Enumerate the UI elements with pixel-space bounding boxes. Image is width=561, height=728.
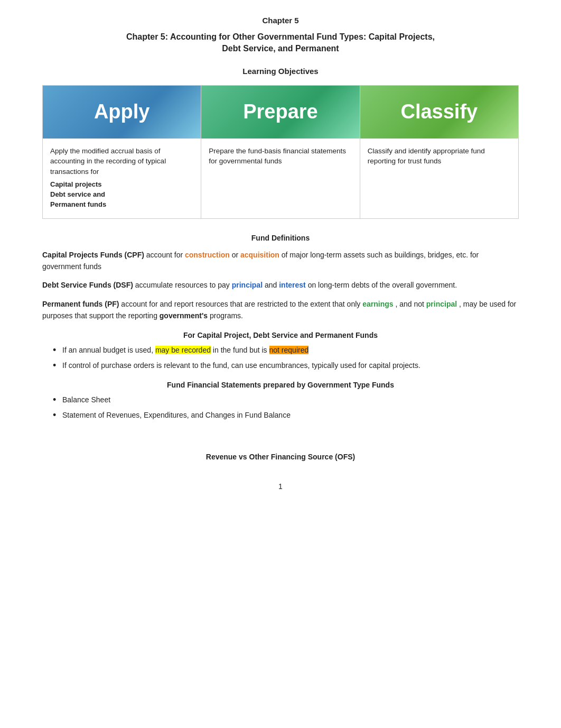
- dsf-principal: principal: [232, 281, 263, 289]
- cpf-acquisition: acquisition: [240, 251, 279, 259]
- chapter-title-line2: Debt Service, and Permanent: [222, 44, 339, 53]
- pf-text2: , and not: [395, 300, 426, 308]
- pf-government: government's: [160, 311, 208, 320]
- learning-objectives-heading: Learning Objectives: [42, 67, 519, 76]
- cpf-text1: account for: [146, 251, 185, 259]
- apply-body-text: Apply the modified accrual basis of acco…: [50, 147, 166, 176]
- objective-apply: Apply Apply the modified accrual basis o…: [43, 86, 201, 218]
- fund-definitions-heading: Fund Definitions: [42, 234, 519, 242]
- pf-earnings: earnings: [362, 300, 393, 308]
- pf-text1: account for and report resources that ar…: [121, 300, 362, 308]
- capital-bullet-2: If control of purchase orders is relevan…: [53, 360, 519, 371]
- cpf-text2: or: [232, 251, 240, 259]
- bullet1-text1: If an annual budget is used,: [62, 346, 155, 354]
- prepare-header: Prepare: [201, 86, 359, 139]
- capital-project-bullets: If an annual budget is used, may be reco…: [53, 345, 519, 371]
- page-title: Chapter 5: [42, 16, 519, 25]
- classify-header: Classify: [360, 86, 518, 139]
- classify-body-text: Classify and identify appropriate fund r…: [368, 147, 485, 165]
- dsf-interest: interest: [279, 281, 306, 289]
- dsf-text1: accumulate resources to pay: [135, 281, 232, 289]
- capital-project-subheading: For Capital Project, Debt Service and Pe…: [42, 331, 519, 339]
- dsf-text2: and: [265, 281, 279, 289]
- fund-financial-bullet-1: Balance Sheet: [53, 394, 519, 406]
- objectives-container: Apply Apply the modified accrual basis o…: [42, 85, 519, 219]
- statement-revenues-text: Statement of Revenues, Expenditures, and…: [62, 411, 291, 419]
- apply-bold-items: Capital projects Debt service and Perman…: [50, 180, 193, 210]
- dsf-paragraph: Debt Service Funds (DSF) accumulate reso…: [42, 280, 519, 291]
- chapter-title-line1: Chapter 5: Accounting for Other Governme…: [126, 32, 435, 41]
- bullet2-text: If control of purchase orders is relevan…: [62, 361, 420, 370]
- bullet1-highlight-orange: not required: [269, 346, 309, 354]
- dsf-label: Debt Service Funds (DSF): [42, 281, 133, 289]
- fund-financial-bullets: Balance Sheet Statement of Revenues, Exp…: [53, 394, 519, 421]
- cpf-label: Capital Projects Funds (CPF): [42, 251, 144, 259]
- prepare-body-text: Prepare the fund-basis financial stateme…: [209, 147, 346, 165]
- fund-financial-bullet-2: Statement of Revenues, Expenditures, and…: [53, 410, 519, 421]
- dsf-text3: on long-term debts of the overall govern…: [308, 281, 457, 289]
- apply-body: Apply the modified accrual basis of acco…: [43, 139, 201, 218]
- capital-bullet-1: If an annual budget is used, may be reco…: [53, 345, 519, 356]
- fund-financial-subheading: Fund Financial Statements prepared by Go…: [42, 381, 519, 389]
- chapter-title: Chapter 5: Accounting for Other Governme…: [42, 31, 519, 55]
- cpf-paragraph: Capital Projects Funds (CPF) account for…: [42, 250, 519, 272]
- page-number: 1: [42, 482, 519, 491]
- prepare-body: Prepare the fund-basis financial stateme…: [201, 139, 359, 218]
- apply-header: Apply: [43, 86, 201, 139]
- pf-principal: principal: [426, 300, 457, 308]
- pf-label: Permanent funds (PF): [42, 300, 119, 308]
- classify-body: Classify and identify appropriate fund r…: [360, 139, 518, 218]
- bottom-heading: Revenue vs Other Financing Source (OFS): [42, 453, 519, 461]
- cpf-construction: construction: [185, 251, 230, 259]
- balance-sheet-text: Balance Sheet: [62, 395, 110, 404]
- pf-text4: programs.: [210, 311, 243, 320]
- bullet1-text2: in the fund but is: [211, 346, 269, 354]
- bullet1-highlight-yellow: may be recorded: [155, 346, 211, 354]
- objective-classify: Classify Classify and identify appropria…: [360, 86, 518, 218]
- pf-paragraph: Permanent funds (PF) account for and rep…: [42, 299, 519, 321]
- objective-prepare: Prepare Prepare the fund-basis financial…: [201, 86, 360, 218]
